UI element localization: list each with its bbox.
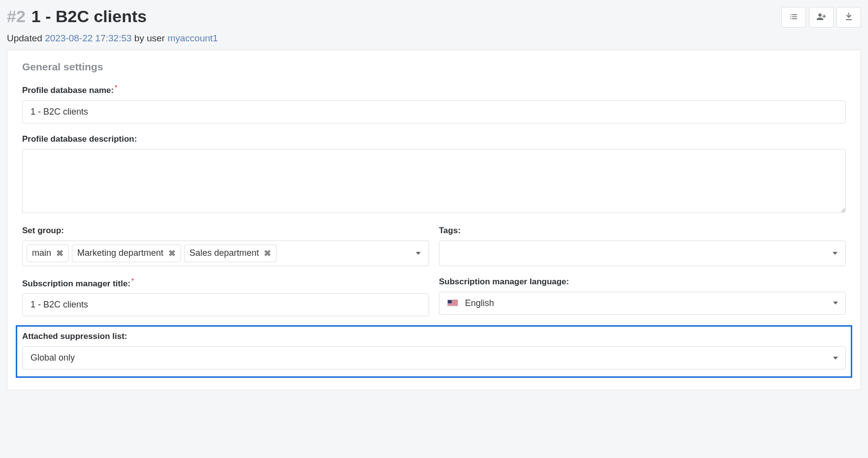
chevron-down-icon — [833, 302, 838, 305]
us-flag-icon — [447, 300, 458, 306]
description-label: Profile database description: — [22, 134, 846, 144]
group-label: Set group: — [22, 226, 429, 236]
highlighted-section: Attached suppression list: Global only — [16, 325, 852, 378]
chevron-down-icon — [416, 252, 421, 255]
settings-panel: General settings Profile database name:*… — [7, 50, 861, 390]
group-chip-label: main — [32, 248, 51, 258]
tags-label: Tags: — [439, 226, 846, 236]
download-button[interactable] — [837, 7, 861, 28]
section-title: General settings — [22, 61, 846, 73]
required-marker: * — [131, 277, 134, 284]
subscription-title-input[interactable] — [22, 293, 429, 316]
language-select[interactable]: English — [439, 292, 846, 315]
updated-user-link[interactable]: myaccount1 — [167, 33, 217, 43]
tags-select[interactable] — [439, 241, 846, 266]
group-chip-label: Marketing department — [77, 248, 163, 258]
add-user-button[interactable] — [809, 7, 834, 28]
add-user-icon — [816, 12, 826, 23]
meta-info: Updated 2023-08-22 17:32:53 by user myac… — [7, 33, 778, 44]
header-actions — [778, 7, 861, 28]
group-chip: main ✖ — [27, 244, 69, 262]
group-chip: Sales department ✖ — [184, 244, 277, 262]
remove-chip-icon[interactable]: ✖ — [56, 248, 63, 259]
chevron-down-icon — [833, 252, 837, 255]
updated-label: Updated — [7, 33, 45, 43]
chevron-down-icon — [833, 357, 838, 360]
suppression-value: Global only — [31, 353, 75, 363]
name-input[interactable] — [22, 100, 846, 123]
updated-by-label: by user — [132, 33, 168, 43]
group-chip: Marketing department ✖ — [72, 244, 181, 262]
remove-chip-icon[interactable]: ✖ — [168, 248, 176, 259]
description-textarea[interactable] — [22, 149, 846, 213]
page-title: 1 - B2C clients — [31, 7, 147, 26]
remove-chip-icon[interactable]: ✖ — [264, 248, 271, 259]
download-icon — [844, 12, 854, 23]
group-select[interactable]: main ✖ Marketing department ✖ Sales depa… — [22, 241, 429, 266]
language-value: English — [465, 298, 494, 308]
required-marker: * — [115, 84, 117, 91]
name-label: Profile database name:* — [22, 84, 846, 95]
list-icon — [789, 12, 799, 23]
page-header: #2 1 - B2C clients Updated 2023-08-22 17… — [7, 7, 861, 44]
suppression-select[interactable]: Global only — [22, 346, 846, 369]
language-label: Subscription manager language: — [439, 277, 846, 287]
group-chip-label: Sales department — [189, 248, 259, 258]
record-id: #2 — [7, 7, 26, 26]
list-button[interactable] — [781, 7, 806, 28]
subscription-title-label: Subscription manager title:* — [22, 277, 429, 289]
suppression-label: Attached suppression list: — [22, 332, 846, 341]
updated-timestamp-link[interactable]: 2023-08-22 17:32:53 — [45, 33, 131, 43]
